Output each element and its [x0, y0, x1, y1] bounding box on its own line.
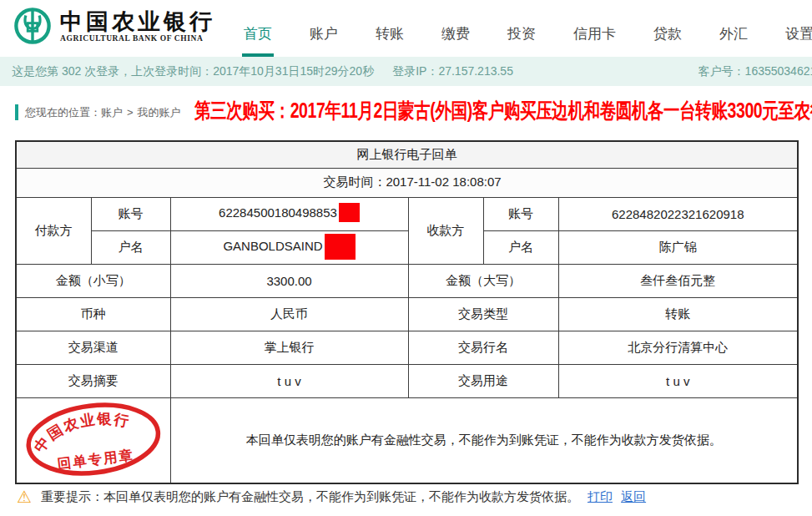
redaction-block-payer-name — [325, 234, 356, 260]
payee-section-label: 收款方 — [408, 197, 483, 264]
bank-name: 中国农业银行 AGRICULTURAL BANK OF CHINA — [60, 9, 215, 43]
print-link[interactable]: 打印 — [588, 489, 613, 503]
back-link[interactable]: 返回 — [621, 489, 646, 503]
payer-name-value: GANBOLDSAIND — [223, 239, 322, 253]
footer-warning-text: 重要提示：本回单仅表明您的账户有金融性交易，不能作为到账凭证，不能作为收款方发货… — [41, 489, 579, 505]
redaction-block-payer-account — [339, 203, 360, 222]
amount-lower-label: 金额（小写） — [16, 264, 170, 297]
footer-links: 打印 返回 — [588, 489, 651, 505]
breadcrumb-prefix: 您现在的位置： — [25, 105, 101, 120]
payee-account-label: 账号 — [483, 197, 558, 230]
amount-upper-label: 金额（大写） — [408, 264, 558, 297]
purpose-value: t u v — [558, 364, 798, 397]
currency-label: 币种 — [16, 297, 170, 331]
warning-icon: ⚠ — [17, 488, 32, 505]
bank-branch-value: 北京分行清算中心 — [558, 331, 798, 364]
transaction-time-cell: 交易时间：2017-11-02 18:08:07 — [16, 168, 798, 197]
channel-value: 掌上银行 — [170, 331, 408, 364]
nav-tab-creditcard[interactable]: 信用卡 — [572, 24, 618, 57]
main-nav: 首页 账户 转账 缴费 投资 信用卡 贷款 外汇 设置 在线客服 — [242, 0, 812, 57]
login-count-text: 这是您第 302 次登录，上次登录时间：2017年10月31日15时29分20秒 — [12, 64, 374, 79]
breadcrumb-accent-bar — [15, 104, 18, 120]
currency-value: 人民币 — [170, 297, 408, 331]
breadcrumb-row: 您现在的位置： 账户 > 我的账户 第三次购买：2017年11月2日蒙古(外国)… — [0, 86, 812, 136]
page-header: 中国农业银行 AGRICULTURAL BANK OF CHINA 首页 账户 … — [0, 0, 812, 57]
nav-tab-loans[interactable]: 贷款 — [652, 24, 683, 57]
bank-logo[interactable]: 中国农业银行 AGRICULTURAL BANK OF CHINA — [13, 7, 215, 45]
breadcrumb: 您现在的位置： 账户 > 我的账户 — [15, 104, 181, 120]
summary-value: t u v — [170, 364, 408, 397]
abc-bank-logo-icon — [13, 7, 52, 45]
transaction-time-label: 交易时间： — [323, 175, 386, 189]
payer-section-label: 付款方 — [16, 197, 91, 264]
nav-tab-forex[interactable]: 外汇 — [718, 24, 749, 57]
payer-account-label: 账号 — [91, 197, 170, 230]
bank-name-cn: 中国农业银行 — [60, 9, 215, 34]
breadcrumb-link-accounts[interactable]: 账户 — [101, 105, 123, 120]
receipt-note: 本回单仅表明您的账户有金融性交易，不能作为到账凭证，不能作为收款方发货依据。 — [170, 397, 798, 483]
payer-account-value: 62284500180498853 — [219, 205, 337, 220]
customer-number-text: 客户号：163550346211 — [699, 64, 812, 79]
txn-type-label: 交易类型 — [408, 297, 558, 331]
transaction-time-value: 2017-11-02 18:08:07 — [386, 175, 501, 189]
summary-label: 交易摘要 — [16, 364, 170, 397]
payer-account-cell: 62284500180498853 — [170, 197, 408, 230]
breadcrumb-current[interactable]: 我的账户 — [138, 105, 181, 120]
nav-tab-settings[interactable]: 设置 — [784, 24, 812, 57]
payee-account-value: 6228482022321620918 — [558, 197, 798, 230]
login-ip-text: 登录IP：27.157.213.55 — [392, 64, 513, 79]
bank-name-en: AGRICULTURAL BANK OF CHINA — [60, 34, 215, 43]
payer-name-label: 户名 — [91, 230, 170, 264]
payee-name-label: 户名 — [483, 230, 558, 264]
purpose-label: 交易用途 — [408, 364, 558, 397]
channel-label: 交易渠道 — [16, 331, 170, 364]
nav-tab-home[interactable]: 首页 — [242, 24, 274, 57]
receipt-title: 网上银行电子回单 — [16, 141, 798, 168]
nav-tab-accounts[interactable]: 账户 — [308, 24, 340, 57]
amount-lower-value: 3300.00 — [170, 264, 408, 297]
nav-tab-invest[interactable]: 投资 — [506, 24, 537, 57]
nav-tab-transfer[interactable]: 转账 — [374, 24, 406, 57]
footer-warning: ⚠ 重要提示：本回单仅表明您的账户有金融性交易，不能作为到账凭证，不能作为收款方… — [17, 488, 651, 505]
login-info-bar: 这是您第 302 次登录，上次登录时间：2017年10月31日15时29分20秒… — [0, 57, 812, 86]
breadcrumb-separator: > — [127, 106, 134, 119]
nav-tab-payments[interactable]: 缴费 — [440, 24, 472, 57]
bank-stamp-cell: 中国农业银行 回单专用章 — [16, 397, 170, 483]
bank-branch-label: 交易行名 — [408, 331, 558, 364]
payee-name-value: 陈广锦 — [558, 230, 798, 264]
txn-type-value: 转账 — [558, 297, 798, 331]
amount-upper-value: 叁仟叁佰元整 — [558, 264, 798, 297]
red-annotation-text: 第三次购买：2017年11月2日蒙古(外国)客户购买压边机和卷圆机各一台转账33… — [194, 97, 812, 124]
payer-name-cell: GANBOLDSAIND — [170, 230, 408, 264]
e-receipt-table: 网上银行电子回单 交易时间：2017-11-02 18:08:07 付款方 账号… — [15, 140, 799, 484]
bank-stamp: 中国农业银行 回单专用章 — [19, 392, 168, 488]
